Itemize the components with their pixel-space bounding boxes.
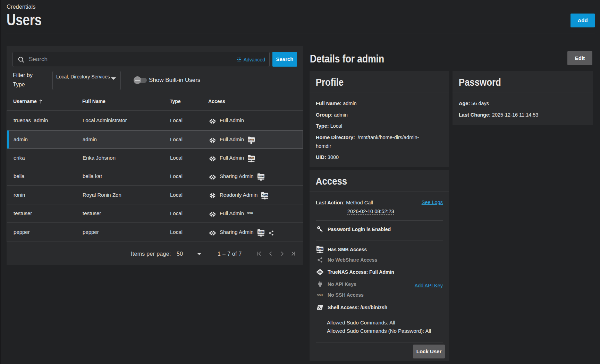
svg-text:SMB: SMB — [317, 247, 323, 251]
svg-text:SMB: SMB — [248, 138, 254, 141]
svg-text:SMB: SMB — [258, 231, 264, 234]
svg-text:SMB: SMB — [248, 156, 254, 160]
svg-text:SMB: SMB — [258, 175, 264, 178]
svg-text:SMB: SMB — [262, 193, 268, 196]
